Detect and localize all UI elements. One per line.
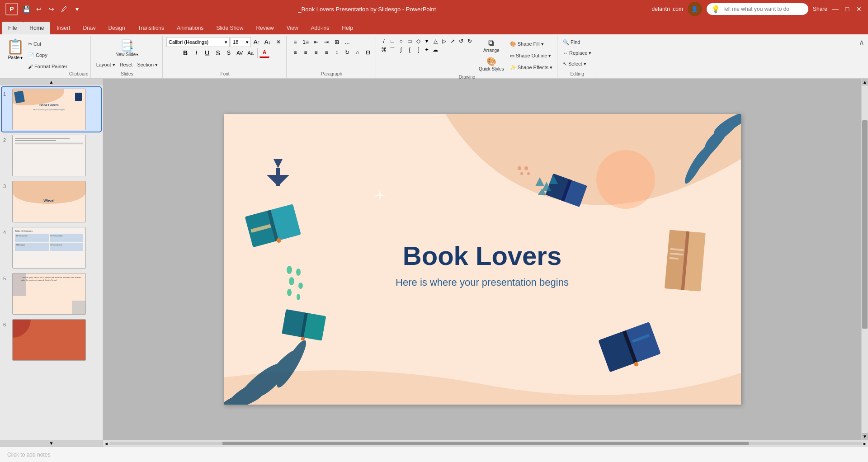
numbering-button[interactable]: 1≡: [301, 37, 311, 47]
char-spacing-button[interactable]: AV: [235, 48, 245, 58]
line-spacing-button[interactable]: ↕: [332, 47, 342, 57]
slide-thumbnail-2[interactable]: 2: [2, 133, 101, 178]
tab-transitions[interactable]: Transitions: [132, 22, 170, 34]
shape-bracket-icon[interactable]: [: [414, 46, 422, 54]
font-name-dropdown[interactable]: Calibri (Headings) ▾: [166, 37, 230, 47]
shape-arc-icon[interactable]: ⌒: [388, 46, 396, 54]
user-avatar[interactable]: 👤: [688, 2, 702, 16]
tab-review[interactable]: Review: [250, 22, 280, 34]
shape-more1-icon[interactable]: ◇: [414, 37, 422, 45]
scroll-left-arrow[interactable]: ◄: [104, 441, 108, 446]
shape-arrow3-icon[interactable]: ↻: [466, 37, 474, 45]
paste-button[interactable]: 📋 Paste ▾: [5, 37, 26, 77]
slide-thumbnail-6[interactable]: 6: [2, 318, 101, 362]
horizontal-scrollbar[interactable]: ◄ ►: [103, 440, 868, 447]
tab-design[interactable]: Design: [102, 22, 131, 34]
bold-button[interactable]: B: [180, 48, 190, 58]
clear-formatting-button[interactable]: ✕: [274, 37, 283, 47]
shape-effects-button[interactable]: ✨ Shape Effects ▾: [508, 62, 554, 72]
scroll-up-button[interactable]: ▲: [0, 79, 103, 85]
increase-indent-button[interactable]: ⇥: [321, 37, 331, 47]
shape-oval-icon[interactable]: ○: [397, 37, 405, 45]
shape-rect2-icon[interactable]: ▭: [406, 37, 414, 45]
bullets-button[interactable]: ≡: [290, 37, 300, 47]
layout-button[interactable]: Layout▾: [94, 60, 117, 70]
find-button[interactable]: 🔍 Find: [561, 37, 593, 47]
align-center-button[interactable]: ≡: [301, 47, 311, 57]
tell-me-input[interactable]: [722, 6, 804, 12]
font-color-button[interactable]: A: [259, 48, 269, 58]
slide-thumbnail-3[interactable]: 3 Whoa!: [2, 179, 101, 224]
tab-help[interactable]: Help: [335, 22, 359, 34]
canvas-inner[interactable]: Book Lovers Here is where your presentat…: [103, 79, 861, 440]
new-slide-button[interactable]: 📑 New Slide▾: [113, 38, 141, 58]
vertical-scrollbar[interactable]: ▲ ▼: [861, 79, 868, 440]
close-button[interactable]: ✕: [855, 5, 863, 13]
customize-qat-button[interactable]: 🖊: [59, 4, 70, 14]
align-text-button[interactable]: ⌂: [353, 47, 363, 57]
scroll-down-button[interactable]: ▼: [0, 440, 103, 447]
cut-button[interactable]: ✂ Cut: [26, 39, 69, 49]
justify-button[interactable]: ≡: [321, 47, 331, 57]
shape-shapes-dropdown[interactable]: ▾: [423, 37, 431, 45]
maximize-button[interactable]: □: [844, 5, 851, 13]
scroll-thumb[interactable]: [862, 120, 868, 329]
paste-dropdown-icon[interactable]: ▾: [20, 55, 23, 60]
shape-curve-icon[interactable]: ∫: [397, 46, 405, 54]
decrease-indent-button[interactable]: ⇤: [311, 37, 321, 47]
para-more-button[interactable]: …: [342, 37, 352, 47]
share-button[interactable]: Share: [813, 6, 827, 12]
tab-insert[interactable]: Insert: [50, 22, 76, 34]
font-size-up-button[interactable]: A↑: [252, 37, 262, 47]
shadow-button[interactable]: S: [224, 48, 234, 58]
smartart-button[interactable]: ⊡: [363, 47, 373, 57]
slide-thumbnail-1[interactable]: 1 Book Lovers Here is where your present…: [2, 87, 101, 132]
shape-fill-button[interactable]: 🎨 Shape Fill ▾: [508, 39, 554, 49]
undo-qat-button[interactable]: ↩: [33, 4, 44, 14]
tab-view[interactable]: View: [280, 22, 305, 34]
tab-addins[interactable]: Add-ins: [305, 22, 336, 34]
minimize-button[interactable]: —: [832, 5, 839, 13]
shape-arrow1-icon[interactable]: ↗: [448, 37, 457, 45]
shape-star-icon[interactable]: ✦: [423, 46, 431, 54]
copy-button[interactable]: 📄 Copy: [26, 50, 69, 60]
tab-file[interactable]: File: [2, 22, 23, 34]
tell-me-search[interactable]: 💡: [707, 3, 808, 15]
strikethrough-button[interactable]: S: [213, 48, 223, 58]
slide-thumbnail-4[interactable]: 4 Table of Contents 01 Introduction 02 P…: [2, 226, 101, 270]
align-right-button[interactable]: ≡: [311, 47, 321, 57]
font-size-dropdown[interactable]: 18 ▾: [231, 37, 251, 47]
arrange-button[interactable]: ⧉ Arrange: [476, 37, 506, 54]
tab-home[interactable]: Home: [23, 22, 50, 34]
replace-button[interactable]: ↔ Replace ▾: [561, 48, 593, 58]
shape-tri2-icon[interactable]: ▷: [440, 37, 448, 45]
shape-arrow2-icon[interactable]: ↺: [457, 37, 465, 45]
tab-slideshow[interactable]: Slide Show: [210, 22, 250, 34]
reset-button[interactable]: Reset: [118, 60, 135, 70]
shape-more3-icon[interactable]: ☁: [431, 46, 439, 54]
slide-thumbnail-5[interactable]: 5 "This is a quote. Words full of wisdom…: [2, 272, 101, 316]
shape-rect-icon[interactable]: □: [388, 37, 396, 45]
redo-qat-button[interactable]: ↪: [46, 4, 57, 14]
qat-dropdown-button[interactable]: ▾: [71, 4, 82, 14]
italic-button[interactable]: I: [191, 48, 201, 58]
section-button[interactable]: Section▾: [135, 60, 160, 70]
select-button[interactable]: ↖ Select ▾: [561, 59, 593, 69]
underline-button[interactable]: U: [202, 48, 212, 58]
change-case-button[interactable]: Aa: [245, 48, 255, 58]
tab-draw[interactable]: Draw: [76, 22, 102, 34]
save-qat-button[interactable]: 💾: [21, 4, 32, 14]
collapse-ribbon-button[interactable]: ∧: [858, 37, 865, 47]
scroll-down-arrow[interactable]: ▼: [862, 433, 868, 440]
shape-more2-icon[interactable]: ⌘: [380, 46, 388, 54]
shape-tri1-icon[interactable]: △: [431, 37, 439, 45]
scroll-thumb-h[interactable]: [222, 442, 749, 445]
new-slide-dropdown[interactable]: ▾: [136, 52, 138, 57]
shape-outline-button[interactable]: ▭ Shape Outline ▾: [508, 51, 554, 61]
notes-bar[interactable]: Click to add notes: [0, 447, 868, 462]
scroll-right-arrow[interactable]: ►: [863, 441, 867, 446]
shape-brace-icon[interactable]: {: [406, 46, 414, 54]
tab-animations[interactable]: Animations: [170, 22, 210, 34]
align-left-button[interactable]: ≡: [290, 47, 300, 57]
shape-line-icon[interactable]: /: [380, 37, 388, 45]
